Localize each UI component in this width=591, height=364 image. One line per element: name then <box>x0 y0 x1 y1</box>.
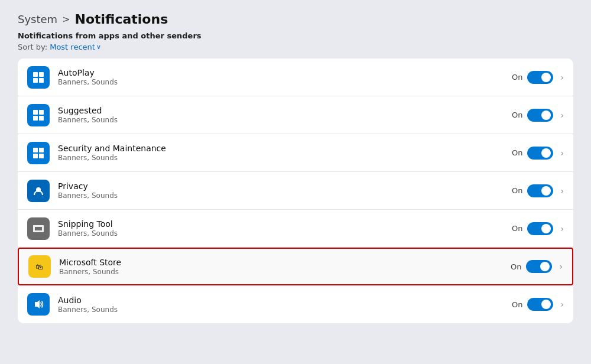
svg-rect-1 <box>33 72 38 77</box>
snipping-toggle[interactable] <box>527 222 553 235</box>
snipping-toggle-knob <box>541 224 551 233</box>
msstore-icon: 🛍 <box>28 255 51 278</box>
audio-info: Audio Banners, Sounds <box>58 295 512 314</box>
privacy-toggle[interactable] <box>527 184 553 197</box>
audio-name: Audio <box>58 295 512 305</box>
page-title: Notifications <box>75 12 168 27</box>
privacy-info: Privacy Banners, Sounds <box>58 181 512 200</box>
autoplay-toggle[interactable] <box>527 71 553 84</box>
list-item[interactable]: Audio Banners, Sounds On › <box>18 285 573 323</box>
security-toggle-knob <box>541 148 551 158</box>
msstore-status: On <box>511 262 521 271</box>
snipping-chevron-icon[interactable]: › <box>560 224 564 233</box>
security-chevron-icon[interactable]: › <box>560 148 564 158</box>
security-toggle[interactable] <box>527 147 553 160</box>
sort-value-text: Most recent <box>50 43 95 51</box>
suggested-name: Suggested <box>58 106 512 115</box>
audio-toggle-knob <box>541 300 551 309</box>
security-controls: On › <box>512 147 564 160</box>
page-container: System > Notifications Notifications fro… <box>0 0 591 335</box>
svg-rect-3 <box>33 78 38 83</box>
breadcrumb-system[interactable]: System <box>18 13 57 25</box>
snipping-info: Snipping Tool Banners, Sounds <box>58 219 512 238</box>
autoplay-status: On <box>512 73 522 82</box>
audio-subtitle: Banners, Sounds <box>58 306 512 314</box>
privacy-toggle-knob <box>541 186 551 196</box>
msstore-chevron-icon[interactable]: › <box>559 262 563 271</box>
autoplay-info: AutoPlay Banners, Sounds <box>58 68 512 86</box>
list-item[interactable]: Suggested Banners, Sounds On › <box>18 96 573 134</box>
svg-rect-4 <box>39 78 44 83</box>
breadcrumb-separator: > <box>62 14 70 25</box>
msstore-subtitle: Banners, Sounds <box>59 268 511 276</box>
autoplay-icon <box>27 66 50 89</box>
security-icon <box>27 142 50 164</box>
audio-toggle[interactable] <box>527 298 553 311</box>
msstore-toggle-knob <box>540 262 550 271</box>
svg-rect-14 <box>39 154 44 158</box>
snipping-controls: On › <box>512 222 564 235</box>
snipping-name: Snipping Tool <box>58 219 512 229</box>
svg-rect-7 <box>39 110 44 115</box>
msstore-controls: On › <box>511 260 563 273</box>
privacy-subtitle: Banners, Sounds <box>58 191 512 200</box>
sort-dropdown[interactable]: Most recent ∨ <box>50 43 101 51</box>
msstore-toggle[interactable] <box>526 260 552 273</box>
privacy-icon <box>27 180 50 202</box>
autoplay-name: AutoPlay <box>58 68 512 77</box>
svg-rect-12 <box>39 148 44 152</box>
suggested-subtitle: Banners, Sounds <box>58 116 512 124</box>
privacy-name: Privacy <box>58 181 512 191</box>
list-item[interactable]: Security and Maintenance Banners, Sounds… <box>18 134 573 172</box>
chevron-down-icon: ∨ <box>96 43 101 51</box>
suggested-icon <box>27 104 50 126</box>
suggested-chevron-icon[interactable]: › <box>560 110 564 120</box>
privacy-status: On <box>512 186 522 195</box>
svg-rect-9 <box>39 116 44 121</box>
suggested-status: On <box>512 110 522 119</box>
msstore-info: Microsoft Store Banners, Sounds <box>59 258 511 276</box>
security-name: Security and Maintenance <box>58 144 512 153</box>
list-item[interactable]: Privacy Banners, Sounds On › <box>18 172 573 210</box>
security-info: Security and Maintenance Banners, Sounds <box>58 144 512 162</box>
svg-rect-8 <box>33 116 38 121</box>
snipping-icon <box>27 217 50 240</box>
audio-icon <box>27 293 50 316</box>
svg-rect-11 <box>33 148 38 152</box>
list-item[interactable]: Snipping Tool Banners, Sounds On › <box>18 210 573 248</box>
section-title: Notifications from apps and other sender… <box>18 31 573 40</box>
app-list: AutoPlay Banners, Sounds On › <box>18 58 573 323</box>
audio-controls: On › <box>512 298 564 311</box>
security-subtitle: Banners, Sounds <box>58 154 512 162</box>
svg-text:🛍: 🛍 <box>35 262 43 271</box>
suggested-toggle[interactable] <box>527 109 553 122</box>
svg-rect-2 <box>39 72 44 77</box>
security-status: On <box>512 148 522 157</box>
svg-rect-13 <box>33 154 38 158</box>
autoplay-controls: On › <box>512 71 564 84</box>
snipping-status: On <box>512 224 522 233</box>
list-item[interactable]: AutoPlay Banners, Sounds On › <box>18 58 573 96</box>
suggested-controls: On › <box>512 109 564 122</box>
audio-status: On <box>512 300 522 309</box>
autoplay-toggle-knob <box>541 73 551 82</box>
suggested-info: Suggested Banners, Sounds <box>58 106 512 124</box>
svg-rect-19 <box>35 227 42 230</box>
suggested-toggle-knob <box>541 110 551 120</box>
list-item-highlighted[interactable]: 🛍 Microsoft Store Banners, Sounds On › <box>18 248 573 285</box>
audio-chevron-icon[interactable]: › <box>560 300 564 309</box>
breadcrumb: System > Notifications <box>18 12 573 27</box>
privacy-controls: On › <box>512 184 564 197</box>
sort-label: Sort by: <box>18 43 47 51</box>
sort-bar: Sort by: Most recent ∨ <box>18 43 573 51</box>
svg-rect-6 <box>33 110 38 115</box>
autoplay-subtitle: Banners, Sounds <box>58 78 512 86</box>
autoplay-chevron-icon[interactable]: › <box>560 73 564 82</box>
msstore-name: Microsoft Store <box>59 258 511 267</box>
privacy-chevron-icon[interactable]: › <box>560 186 564 196</box>
snipping-subtitle: Banners, Sounds <box>58 229 512 238</box>
